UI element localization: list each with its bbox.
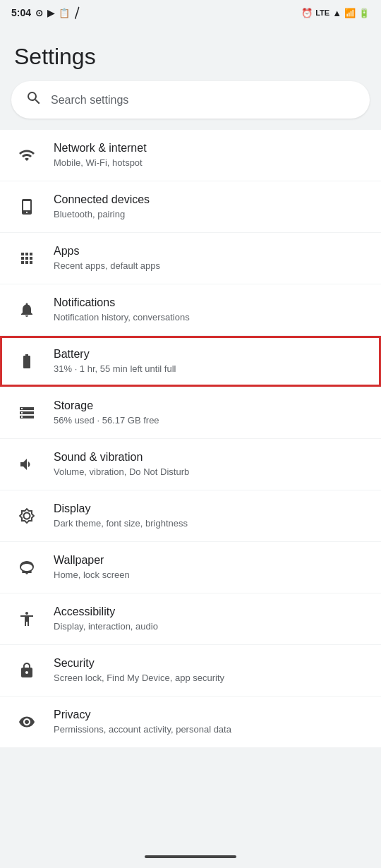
status-left: 5:04 ⊙ ▶ 📋 ╲ <box>11 7 80 18</box>
bottom-indicator <box>145 855 236 858</box>
settings-item-connected-devices[interactable]: Connected devices Bluetooth, pairing <box>0 181 381 232</box>
apps-subtitle: Recent apps, default apps <box>54 260 367 272</box>
network-subtitle: Mobile, Wi-Fi, hotspot <box>54 157 367 169</box>
notifications-subtitle: Notification history, conversations <box>54 312 367 324</box>
clipboard-icon: 📋 <box>59 8 70 18</box>
settings-item-notifications[interactable]: Notifications Notification history, conv… <box>0 284 381 335</box>
status-bar: 5:04 ⊙ ▶ 📋 ╲ ⏰ LTE ▲ 📶 🔋 <box>0 0 381 23</box>
settings-item-apps[interactable]: Apps Recent apps, default apps <box>0 233 381 284</box>
connected-devices-text: Connected devices Bluetooth, pairing <box>54 193 367 221</box>
sound-title: Sound & vibration <box>54 450 367 465</box>
page-title-container: Settings <box>0 23 381 81</box>
settings-item-battery[interactable]: Battery 31% · 1 hr, 55 min left until fu… <box>0 336 381 387</box>
display-icon <box>14 503 40 529</box>
privacy-icon <box>14 709 40 735</box>
notifications-icon <box>14 297 40 323</box>
status-time: 5:04 <box>11 7 31 18</box>
settings-item-privacy[interactable]: Privacy Permissions, account activity, p… <box>0 697 381 747</box>
sound-text: Sound & vibration Volume, vibration, Do … <box>54 450 367 478</box>
accessibility-title: Accessibility <box>54 605 367 620</box>
signal-bar-icon: ▲ <box>332 8 341 18</box>
alarm-icon: ⏰ <box>301 8 313 18</box>
display-title: Display <box>54 502 367 517</box>
privacy-title: Privacy <box>54 708 367 723</box>
bottom-bar <box>0 850 381 868</box>
battery-title: Battery <box>54 347 367 362</box>
storage-icon <box>14 400 40 426</box>
security-text: Security Screen lock, Find My Device, ap… <box>54 656 367 685</box>
security-title: Security <box>54 656 367 671</box>
settings-item-wallpaper[interactable]: Wallpaper Home, lock screen <box>0 542 381 593</box>
youtube-icon: ▶ <box>47 8 54 18</box>
battery-text: Battery 31% · 1 hr, 55 min left until fu… <box>54 347 367 375</box>
lte-icon: LTE <box>315 8 329 17</box>
search-bar[interactable]: Search settings <box>11 81 370 119</box>
privacy-text: Privacy Permissions, account activity, p… <box>54 708 367 736</box>
search-container: Search settings <box>0 81 381 130</box>
search-icon <box>25 90 42 110</box>
wallpaper-text: Wallpaper Home, lock screen <box>54 553 367 581</box>
accessibility-icon <box>14 606 40 632</box>
settings-item-network[interactable]: Network & internet Mobile, Wi-Fi, hotspo… <box>0 130 381 181</box>
settings-item-display[interactable]: Display Dark theme, font size, brightnes… <box>0 490 381 541</box>
connected-devices-title: Connected devices <box>54 193 367 207</box>
wallpaper-title: Wallpaper <box>54 553 367 568</box>
network-text: Network & internet Mobile, Wi-Fi, hotspo… <box>54 141 367 169</box>
page-title: Settings <box>14 44 367 70</box>
settings-item-sound[interactable]: Sound & vibration Volume, vibration, Do … <box>0 439 381 490</box>
accessibility-text: Accessibility Display, interaction, audi… <box>54 605 367 633</box>
spotify-icon: ⊙ <box>35 8 43 18</box>
security-icon <box>14 658 40 683</box>
security-subtitle: Screen lock, Find My Device, app securit… <box>54 673 367 685</box>
battery-status-icon: 🔋 <box>358 8 370 18</box>
sound-icon <box>14 452 40 477</box>
settings-list: Network & internet Mobile, Wi-Fi, hotspo… <box>0 130 381 747</box>
apps-icon <box>14 246 40 271</box>
connected-devices-subtitle: Bluetooth, pairing <box>54 209 367 221</box>
display-text: Display Dark theme, font size, brightnes… <box>54 502 367 530</box>
apps-text: Apps Recent apps, default apps <box>54 244 367 272</box>
storage-text: Storage 56% used · 56.17 GB free <box>54 399 367 427</box>
search-placeholder: Search settings <box>51 94 128 107</box>
apps-title: Apps <box>54 244 367 259</box>
wallpaper-subtitle: Home, lock screen <box>54 569 367 581</box>
accessibility-subtitle: Display, interaction, audio <box>54 621 367 633</box>
display-subtitle: Dark theme, font size, brightness <box>54 518 367 530</box>
wifi-icon: 📶 <box>344 8 356 18</box>
notifications-title: Notifications <box>54 296 367 311</box>
diagonal-icon: ╲ <box>71 7 83 18</box>
settings-item-accessibility[interactable]: Accessibility Display, interaction, audi… <box>0 593 381 644</box>
storage-subtitle: 56% used · 56.17 GB free <box>54 415 367 427</box>
settings-item-security[interactable]: Security Screen lock, Find My Device, ap… <box>0 645 381 696</box>
battery-subtitle: 31% · 1 hr, 55 min left until full <box>54 363 367 375</box>
battery-icon <box>14 349 40 374</box>
connected-devices-icon <box>14 194 40 219</box>
status-right: ⏰ LTE ▲ 📶 🔋 <box>301 8 370 18</box>
sound-subtitle: Volume, vibration, Do Not Disturb <box>54 466 367 478</box>
network-title: Network & internet <box>54 141 367 156</box>
storage-title: Storage <box>54 399 367 414</box>
settings-item-storage[interactable]: Storage 56% used · 56.17 GB free <box>0 387 381 438</box>
privacy-subtitle: Permissions, account activity, personal … <box>54 724 367 736</box>
notifications-text: Notifications Notification history, conv… <box>54 296 367 324</box>
network-icon <box>14 143 40 168</box>
wallpaper-icon <box>14 555 40 580</box>
